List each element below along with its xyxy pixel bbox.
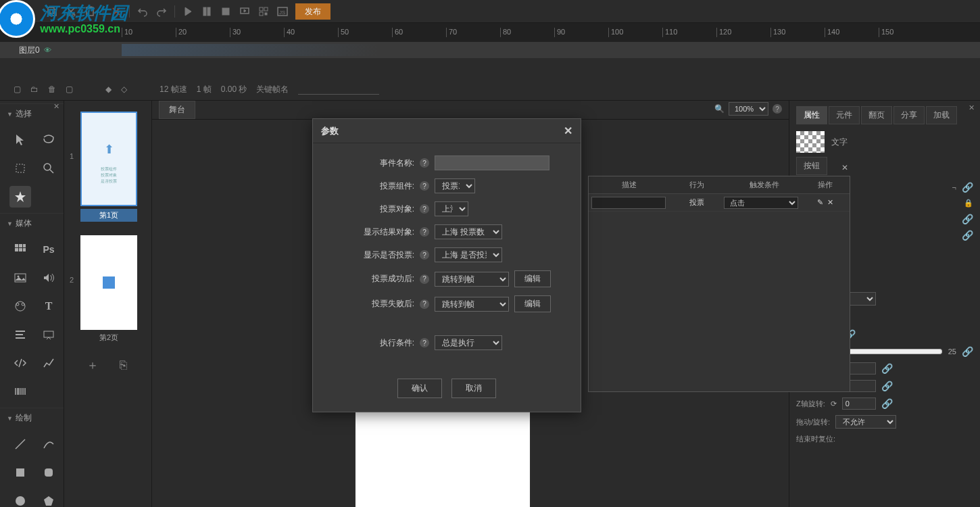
texture-swatch[interactable]	[796, 131, 825, 153]
help-icon[interactable]: ?	[773, 104, 782, 114]
link-icon[interactable]: 🔗	[881, 398, 893, 409]
page-thumb-1[interactable]: 1 ⬆ 投票组件投票对象是否投票 第1页	[70, 112, 146, 222]
sound-icon[interactable]	[38, 267, 59, 289]
paste-icon[interactable]	[84, 5, 96, 18]
preview-icon[interactable]	[239, 5, 251, 18]
exec-cond-select[interactable]: 总是执行	[435, 335, 502, 350]
desc-input[interactable]	[591, 197, 666, 209]
video-icon[interactable]	[9, 295, 31, 317]
edit-fail-button[interactable]: 编辑	[514, 295, 551, 312]
keyframe-name-input[interactable]	[298, 84, 379, 95]
trigger-select[interactable]: 点击	[724, 197, 798, 209]
align-icon[interactable]	[9, 324, 31, 345]
event-name-input[interactable]	[435, 155, 549, 170]
close-icon[interactable]: ✕	[969, 103, 975, 112]
stage-tab[interactable]: 舞台	[159, 101, 195, 119]
crop-tool[interactable]	[9, 158, 31, 179]
close-icon[interactable]: ✕	[564, 124, 572, 137]
timeline-ruler[interactable]: 10 20 30 40 50 60 70 80 90 100 110 120 1…	[0, 23, 980, 42]
qr-icon[interactable]	[258, 5, 270, 18]
layer-track[interactable]	[122, 44, 980, 56]
publish-button[interactable]: 发布	[295, 3, 330, 20]
zoom-tool[interactable]	[38, 158, 59, 179]
eye-icon[interactable]: 👁	[44, 46, 51, 54]
dup-icon[interactable]: ▢	[66, 84, 73, 94]
vote-target-select[interactable]: 上海	[435, 201, 468, 216]
link-icon[interactable]: 🔗	[962, 182, 973, 193]
help-icon[interactable]: ?	[420, 250, 429, 260]
rotz-input[interactable]	[842, 397, 876, 410]
roundrect-tool[interactable]	[38, 462, 59, 483]
redo-icon[interactable]	[155, 5, 168, 18]
ok-button[interactable]: 确认	[397, 379, 442, 398]
copy-icon[interactable]	[46, 5, 58, 18]
play-icon[interactable]	[182, 5, 194, 18]
undo-icon[interactable]	[137, 5, 149, 18]
cut-icon[interactable]	[65, 5, 77, 18]
link-icon[interactable]: 🔗	[881, 381, 893, 391]
star-tool[interactable]	[9, 186, 31, 208]
arrow-tool[interactable]	[9, 129, 31, 151]
cancel-button[interactable]: 取消	[451, 379, 496, 398]
kf-del-icon[interactable]: ◇	[121, 84, 127, 94]
help-icon[interactable]: ?	[420, 338, 429, 347]
barcode-icon[interactable]	[9, 381, 31, 402]
subtab-button[interactable]: 按钮	[796, 157, 827, 175]
on-fail-select[interactable]: 跳转到帧	[435, 297, 509, 312]
help-icon[interactable]: ?	[420, 299, 429, 309]
help-icon[interactable]: ?	[420, 274, 429, 284]
vote-comp-select[interactable]: 投票1	[435, 178, 475, 193]
chart-icon[interactable]	[38, 352, 59, 374]
edit-success-button[interactable]: 编辑	[514, 270, 551, 287]
ps-icon[interactable]: Ps	[38, 239, 59, 260]
duplicate-page-button[interactable]: ⎘	[115, 356, 132, 374]
drag-rotate-select[interactable]: 不允许	[835, 415, 896, 429]
show-result-select[interactable]: 上海 投票数	[435, 224, 502, 239]
trash-icon[interactable]: 🗑	[48, 84, 56, 94]
search-icon[interactable]: 🔍	[714, 104, 725, 114]
lasso-tool[interactable]	[38, 129, 59, 151]
pause-icon[interactable]	[201, 5, 213, 18]
code-icon[interactable]	[9, 352, 31, 374]
circle-tool[interactable]	[9, 490, 31, 507]
grid-icon[interactable]	[9, 239, 31, 260]
edit-icon[interactable]: ✎	[817, 198, 823, 207]
line-tool[interactable]	[9, 433, 31, 455]
polygon-tool[interactable]	[38, 490, 59, 507]
link-icon[interactable]: 🔗	[962, 230, 973, 241]
tab-components[interactable]: 元件	[829, 106, 860, 124]
help-icon[interactable]: ?	[420, 158, 429, 168]
show-voted-select[interactable]: 上海 是否投票	[435, 247, 502, 262]
close-icon[interactable]: ✕	[53, 102, 59, 111]
slide-icon[interactable]	[38, 324, 59, 345]
js-icon[interactable]: JS	[276, 5, 289, 18]
help-icon[interactable]: ?	[420, 227, 429, 237]
curve-tool[interactable]	[38, 433, 59, 455]
lock-icon[interactable]: 🔒	[964, 199, 973, 208]
folder-icon[interactable]: 🗀	[30, 84, 39, 94]
link-icon[interactable]: 🔗	[881, 363, 893, 374]
help-icon[interactable]: ?	[420, 204, 429, 214]
add-page-button[interactable]: ＋	[84, 356, 101, 374]
page-thumb-2[interactable]: 2 第2页	[70, 235, 146, 343]
text-tool[interactable]: T	[38, 295, 59, 317]
stop-icon[interactable]	[220, 5, 232, 18]
delete-icon[interactable]: ✕	[827, 198, 833, 207]
image-icon[interactable]	[9, 267, 31, 289]
section-media[interactable]: ▼媒体	[0, 213, 64, 233]
zoom-select[interactable]: 100%	[729, 102, 768, 116]
kf-add-icon[interactable]: ◆	[105, 84, 112, 94]
tab-properties[interactable]: 属性	[796, 106, 827, 124]
section-draw[interactable]: ▼绘制	[0, 408, 64, 428]
tab-pageturn[interactable]: 翻页	[861, 106, 892, 124]
rect-tool[interactable]	[9, 462, 31, 483]
tab-load[interactable]: 加载	[926, 106, 957, 124]
on-success-select[interactable]: 跳转到帧	[435, 272, 509, 287]
close-icon[interactable]: ✕	[841, 163, 848, 172]
link-icon[interactable]: 🔗	[962, 346, 973, 357]
link-icon[interactable]: 🔗	[962, 214, 973, 224]
help-icon[interactable]: ?	[420, 181, 429, 191]
new-layer-icon[interactable]: ▢	[14, 84, 21, 94]
behavior-row[interactable]: 投票 点击 ✎✕	[589, 194, 850, 212]
delete-icon[interactable]	[110, 5, 122, 18]
